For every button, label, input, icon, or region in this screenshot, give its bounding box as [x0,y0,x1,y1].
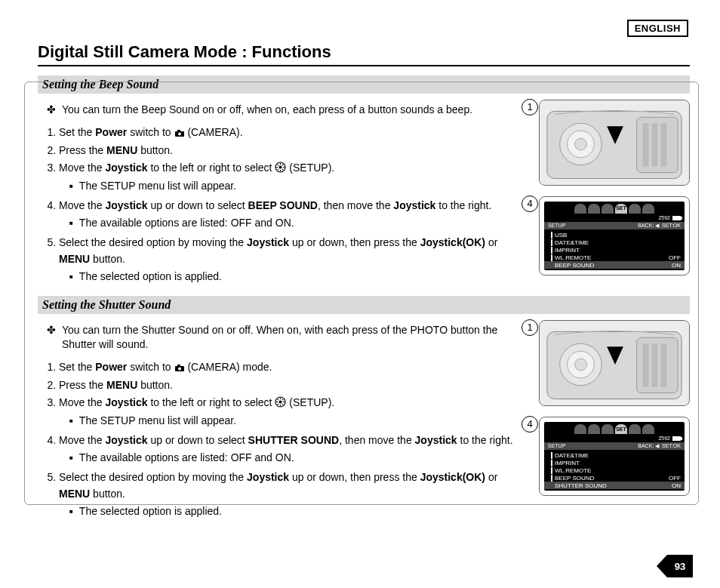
svg-rect-9 [660,123,666,166]
figure-screen-2: 4 SET 2592 SETUPBACK: ◀ SET:OK DATE&TIME… [539,417,690,496]
figure-screen-1: 4 SET 2592 SETUPBACK: ◀ SET:OK USB DATE&… [539,196,690,276]
svg-rect-15 [177,365,180,367]
section-body-shutter: ✤You can turn the Shutter Sound on or of… [38,320,527,523]
steps-list: Set the Power switch to (CAMERA). Press … [38,125,527,285]
camera-icon [174,129,185,137]
steps-list: Set the Power switch to (CAMERA) mode. P… [38,359,527,520]
svg-rect-7 [643,123,649,166]
intro-text: You can turn the Shutter Sound on or off… [62,323,527,352]
svg-rect-23 [660,343,666,386]
svg-rect-8 [652,123,658,166]
figure-number: 1 [522,99,538,115]
setup-icon [275,396,286,408]
lcd-screen: SET 2592 SETUPBACK: ◀ SET:OK DATE&TIME I… [544,422,685,491]
figure-number: 1 [522,319,538,336]
language-badge: ENGLISH [627,20,688,37]
page-title: Digital Still Camera Mode : Functions [38,42,690,66]
figure-number: 4 [522,416,538,433]
section-body-beep: ✤You can turn the Beep Sound on or off, … [38,100,527,288]
section-header-beep: Setting the Beep Sound [38,75,690,94]
svg-point-12 [575,138,587,150]
setup-icon [275,162,286,173]
lcd-screen: SET 2592 SETUPBACK: ◀ SET:OK USB DATE&TI… [544,202,685,270]
svg-point-18 [279,401,282,404]
svg-point-4 [279,166,282,169]
svg-rect-22 [652,343,658,386]
figure-camera-2: 1 [539,320,690,406]
svg-rect-21 [643,343,649,386]
figure-number: 4 [522,195,538,212]
svg-point-26 [575,359,587,371]
section-header-shutter: Setting the Shutter Sound [38,296,690,314]
svg-rect-1 [177,130,180,132]
svg-point-2 [178,132,181,135]
page-number: 93 [667,555,693,577]
camera-icon [174,364,185,372]
figure-camera-1: 1 [539,100,690,186]
intro-text: You can turn the Beep Sound on or off, w… [62,103,472,117]
svg-point-16 [178,367,181,370]
